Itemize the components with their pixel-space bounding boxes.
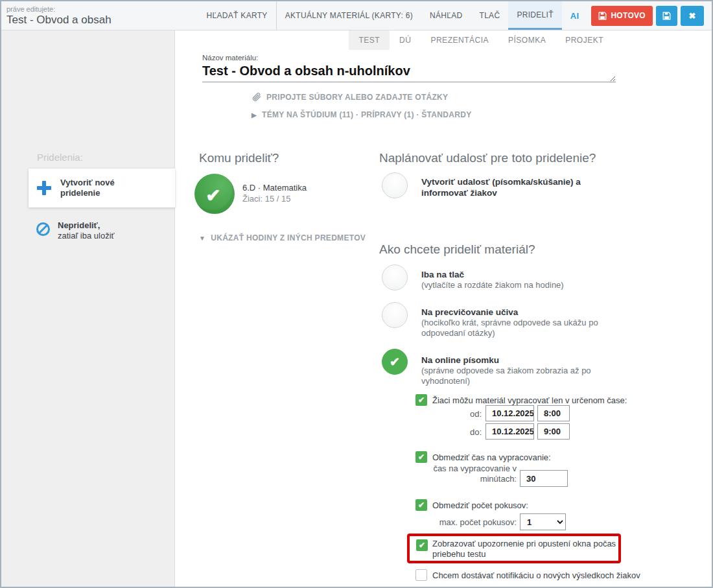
- check-icon: ✔: [418, 500, 425, 510]
- material-name-label: Názov materiálu:: [202, 54, 258, 62]
- create-new-assignment-item[interactable]: Vytvoriť nové pridelenie: [29, 169, 175, 207]
- create-event-label: Vytvoriť udalosť (písomka/skúšanie) a in…: [421, 176, 619, 198]
- online-test-radio-selected[interactable]: ✔: [382, 349, 408, 375]
- class-name: 6.D · Matematika: [242, 183, 307, 193]
- practice-desc: (hocikoľko krát, správne odpovede sa uká…: [421, 318, 613, 338]
- max-attempts-select[interactable]: 1: [520, 513, 566, 530]
- print-only-desc: (vytlačíte a rozdáte žiakom na hodine): [421, 280, 629, 290]
- triangle-right-icon: ▶: [251, 112, 257, 119]
- topics-label: TÉMY NA ŠTÚDIUM (11) · PRÍPRAVY (1) · ŠT…: [262, 110, 471, 119]
- header-menu: HĽADAŤ KARTY AKTUÁLNY MATERIÁL (KARTY: 6…: [198, 1, 704, 30]
- show-other-lessons-label: UKÁZAŤ HODINY Z INÝCH PREDMETOV: [211, 233, 366, 242]
- app-window: práve editujete: Test - Obvod a obsah HĽ…: [0, 0, 713, 588]
- max-attempts-label: max. počet pokusov:: [426, 517, 517, 527]
- menu-preview[interactable]: NÁHĽAD: [421, 1, 471, 30]
- tab-prezentacia[interactable]: PREZENTÁCIA: [421, 30, 498, 50]
- class-students-count: Žiaci: 15 / 15: [242, 194, 290, 204]
- sidebar-title: Pridelenia:: [37, 152, 83, 163]
- tab-test[interactable]: TEST: [349, 30, 390, 50]
- create-new-assignment-label: Vytvoriť nové pridelenie: [60, 178, 115, 198]
- minutes-label: čas na vypracovanie v minútach:: [426, 464, 517, 484]
- notifications-checkbox[interactable]: [415, 569, 427, 581]
- from-label: od:: [456, 409, 482, 419]
- practice-radio[interactable]: [382, 302, 408, 328]
- assignments-sidebar: Pridelenia: Vytvoriť nové pridelenie Nep…: [1, 30, 175, 588]
- plus-icon: [37, 181, 51, 195]
- show-other-lessons-link[interactable]: ▼ UKÁZAŤ HODINY Z INÝCH PREDMETOV: [199, 233, 366, 242]
- triangle-down-icon: ▼: [199, 235, 205, 242]
- ban-icon: [36, 222, 50, 236]
- plan-event-heading: Naplánovať udalosť pre toto pridelenie?: [379, 151, 596, 165]
- menu-search-cards[interactable]: HĽADAŤ KARTY: [198, 1, 276, 30]
- menu-print[interactable]: TLAČ: [471, 1, 509, 30]
- done-button-label: HOTOVO: [611, 11, 646, 20]
- header-bar: práve editujete: Test - Obvod a obsah HĽ…: [1, 1, 712, 30]
- assign-to-heading: Komu prideliť?: [199, 151, 279, 165]
- close-icon: ✖: [688, 11, 695, 21]
- document-title: Test - Obvod a obsah: [6, 14, 111, 27]
- print-only-radio[interactable]: [382, 265, 408, 290]
- time-limit-label: Obmedziť čas na vypracovanie:: [432, 453, 551, 463]
- tab-pisomka[interactable]: PÍSOMKA: [498, 30, 555, 50]
- header-buttons: HOTOVO ✖: [591, 1, 704, 30]
- to-time-input[interactable]: [537, 423, 570, 440]
- leave-warning-checkbox[interactable]: ✔: [416, 539, 428, 551]
- material-type-tabs: TEST DÚ PREZENTÁCIA PÍSOMKA PROJEKT: [349, 30, 613, 50]
- time-restriction-label: Žiaci môžu materiál vypracovať len v urč…: [432, 395, 627, 406]
- attach-files-link[interactable]: PRIPOJTE SÚBORY ALEBO ZADAJTE OTÁZKY: [251, 92, 448, 102]
- create-event-radio[interactable]: [382, 172, 408, 198]
- material-name-input[interactable]: Test - Obvod a obsah n-uholníkov: [202, 62, 616, 82]
- topics-link[interactable]: ▶ TÉMY NA ŠTÚDIUM (11) · PRÍPRAVY (1) · …: [251, 110, 471, 119]
- menu-assign[interactable]: PRIDELIŤ: [508, 1, 561, 30]
- class-avatar-selected[interactable]: ✔: [194, 174, 235, 214]
- save-button[interactable]: [656, 6, 677, 26]
- leave-warning-label: Zobrazovať upozornenie pri opustení okna…: [432, 539, 620, 559]
- tab-projekt[interactable]: PROJEKT: [555, 30, 613, 50]
- save-disk-icon: [598, 12, 607, 20]
- notifications-label: Chcem dostávať notifikáciu o nových výsl…: [432, 570, 640, 581]
- minutes-input[interactable]: [520, 470, 568, 487]
- done-button[interactable]: HOTOVO: [591, 6, 653, 26]
- online-test-label: Na online písomku: [421, 355, 499, 366]
- do-not-assign-label: Neprideliť, zatiaľ iba uložiť: [58, 220, 114, 241]
- paperclip-icon: [251, 92, 261, 102]
- practice-label: Na precvičovanie učiva: [421, 307, 518, 318]
- check-icon: ✔: [390, 355, 400, 370]
- attach-files-label: PRIPOJTE SÚBORY ALEBO ZADAJTE OTÁZKY: [266, 93, 448, 102]
- tab-du[interactable]: DÚ: [390, 30, 421, 50]
- editing-label: práve editujete:: [6, 5, 55, 13]
- from-time-input[interactable]: [537, 405, 570, 421]
- check-icon: ✔: [418, 453, 425, 462]
- attempts-checkbox[interactable]: ✔: [415, 499, 427, 511]
- to-date-input[interactable]: [485, 423, 534, 440]
- to-label: do:: [456, 427, 482, 437]
- check-icon: ✔: [418, 395, 425, 405]
- save-disk-icon: [662, 12, 671, 20]
- print-only-label: Iba na tlač: [421, 269, 464, 280]
- menu-current-material[interactable]: AKTUÁLNY MATERIÁL (KARTY: 6): [276, 1, 421, 30]
- close-button[interactable]: ✖: [681, 6, 704, 26]
- online-test-desc: (správne odpovede sa žiakom zobrazia až …: [421, 366, 635, 386]
- check-icon: ✔: [419, 541, 425, 550]
- how-assign-heading: Ako chcete prideliť materiál?: [379, 242, 535, 257]
- check-icon: ✔: [205, 185, 220, 206]
- from-date-input[interactable]: [485, 405, 534, 421]
- time-restriction-checkbox[interactable]: ✔: [415, 394, 427, 406]
- time-limit-checkbox[interactable]: ✔: [415, 451, 427, 463]
- attempts-label: Obmedziť počet pokusov:: [432, 500, 528, 511]
- do-not-assign-item[interactable]: Neprideliť, zatiaľ iba uložiť: [29, 220, 175, 241]
- menu-ai[interactable]: AI: [562, 1, 588, 30]
